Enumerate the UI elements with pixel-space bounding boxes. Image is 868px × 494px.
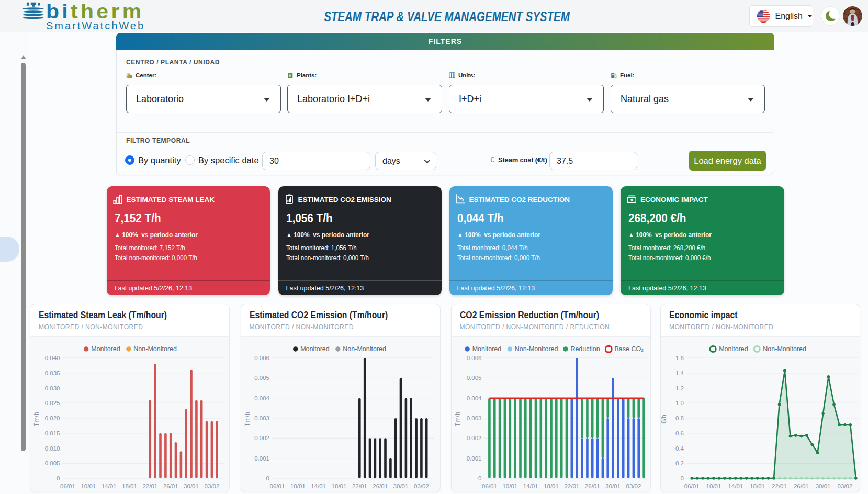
svg-text:0: 0 (681, 475, 684, 481)
svg-text:10/01: 10/01 (81, 483, 96, 489)
svg-text:Tm/h: Tm/h (454, 412, 461, 427)
svg-text:10/01: 10/01 (502, 483, 517, 489)
svg-text:03/02: 03/02 (414, 483, 429, 489)
svg-text:06/01: 06/01 (60, 483, 75, 489)
svg-text:22/01: 22/01 (564, 483, 579, 489)
svg-text:0: 0 (57, 475, 60, 481)
svg-text:Monitored: Monitored (300, 345, 330, 353)
svg-text:Tm/h: Tm/h (33, 412, 40, 427)
svg-text:0.001: 0.001 (466, 455, 481, 462)
svg-text:30/01: 30/01 (184, 483, 199, 489)
svg-text:0.001: 0.001 (254, 455, 269, 462)
svg-text:03/02: 03/02 (205, 483, 220, 489)
svg-text:0.2: 0.2 (675, 460, 684, 466)
svg-text:0.010: 0.010 (45, 445, 60, 452)
svg-text:Non-Monitored: Non-Monitored (763, 345, 806, 353)
svg-text:18/01: 18/01 (122, 483, 137, 489)
svg-text:Monitored: Monitored (719, 345, 748, 353)
svg-text:0.8: 0.8 (675, 415, 684, 421)
svg-text:0.002: 0.002 (254, 435, 269, 441)
svg-text:1.0: 1.0 (675, 400, 684, 406)
svg-text:0.015: 0.015 (45, 430, 60, 436)
svg-text:26/01: 26/01 (163, 483, 178, 489)
svg-text:0.005: 0.005 (254, 375, 269, 381)
svg-text:0.4: 0.4 (675, 445, 684, 452)
svg-text:0: 0 (266, 475, 269, 481)
svg-text:0.004: 0.004 (466, 395, 481, 401)
svg-text:14/01: 14/01 (728, 483, 743, 489)
svg-text:0.040: 0.040 (45, 355, 60, 361)
svg-text:22/01: 22/01 (772, 483, 787, 489)
svg-text:06/01: 06/01 (269, 483, 285, 489)
svg-text:22/01: 22/01 (142, 483, 157, 489)
svg-text:0.006: 0.006 (466, 355, 481, 361)
svg-text:30/01: 30/01 (816, 483, 831, 489)
svg-text:0.005: 0.005 (45, 460, 60, 466)
svg-text:Base CO₂: Base CO₂ (614, 345, 644, 353)
svg-text:0: 0 (478, 475, 481, 481)
svg-text:Monitored: Monitored (472, 345, 501, 353)
svg-text:0.035: 0.035 (45, 370, 60, 376)
svg-text:0.002: 0.002 (466, 435, 481, 441)
svg-text:Monitored: Monitored (91, 345, 120, 353)
svg-text:30/01: 30/01 (605, 483, 621, 489)
svg-text:26/01: 26/01 (584, 483, 600, 489)
svg-text:1.4: 1.4 (675, 370, 684, 376)
svg-text:0.003: 0.003 (466, 415, 481, 421)
svg-text:Tm/h: Tm/h (244, 412, 251, 427)
svg-text:Reduction: Reduction (570, 345, 600, 353)
svg-text:18/01: 18/01 (331, 483, 346, 489)
svg-text:14/01: 14/01 (523, 483, 538, 489)
svg-text:0.020: 0.020 (45, 415, 60, 421)
svg-text:1.6: 1.6 (675, 355, 684, 361)
svg-text:30/01: 30/01 (393, 483, 408, 489)
svg-text:06/01: 06/01 (684, 483, 700, 489)
svg-text:0.006: 0.006 (254, 355, 269, 361)
svg-text:€/h: €/h (661, 414, 668, 423)
svg-text:Non-Monitored: Non-Monitored (343, 345, 386, 353)
svg-text:14/01: 14/01 (311, 483, 326, 489)
svg-text:10/01: 10/01 (290, 483, 305, 489)
svg-text:03/02: 03/02 (838, 483, 853, 489)
svg-text:Non-Monitored: Non-Monitored (133, 345, 177, 353)
svg-text:18/01: 18/01 (544, 483, 559, 489)
svg-text:0.003: 0.003 (254, 415, 269, 421)
svg-text:22/01: 22/01 (352, 483, 367, 489)
svg-text:26/01: 26/01 (373, 483, 388, 489)
svg-text:14/01: 14/01 (102, 483, 117, 489)
svg-text:18/01: 18/01 (750, 483, 765, 489)
svg-text:0.005: 0.005 (466, 375, 481, 381)
svg-text:0.030: 0.030 (45, 385, 60, 391)
svg-text:10/01: 10/01 (706, 483, 722, 489)
svg-text:Non-Monitored: Non-Monitored (514, 345, 558, 353)
svg-text:0.6: 0.6 (675, 430, 684, 436)
svg-text:1.2: 1.2 (675, 385, 684, 391)
svg-text:0.004: 0.004 (254, 395, 269, 401)
svg-text:26/01: 26/01 (794, 483, 809, 489)
svg-text:06/01: 06/01 (482, 483, 497, 489)
svg-text:03/02: 03/02 (626, 483, 641, 489)
svg-text:0.025: 0.025 (45, 400, 60, 406)
